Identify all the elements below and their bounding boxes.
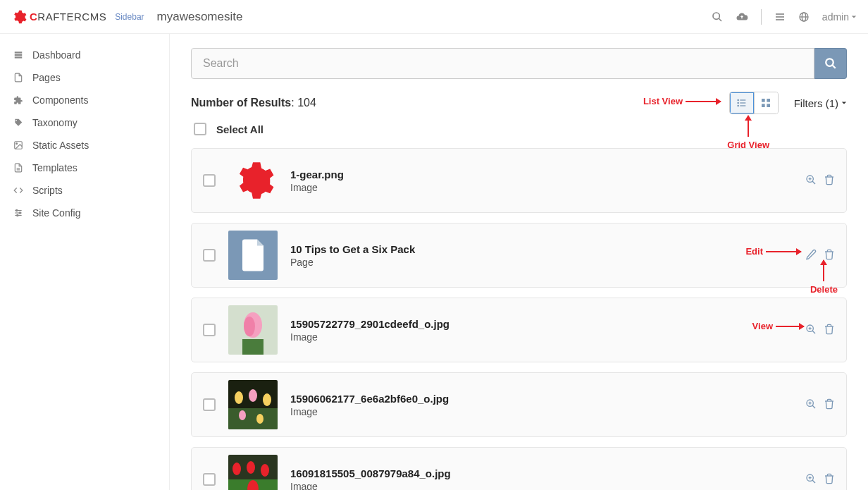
code-icon (13, 185, 24, 196)
menu-icon[interactable] (774, 11, 786, 23)
results-count: Number of Results: 104 (191, 97, 316, 109)
trash-icon (824, 174, 835, 185)
user-menu[interactable]: admin (822, 11, 857, 23)
item-checkbox[interactable] (203, 473, 216, 486)
top-bar: CRAFTERCMS Sidebar myawesomesite admin (0, 0, 868, 34)
user-label: admin (822, 11, 849, 23)
list-view-button[interactable] (730, 92, 754, 114)
item-title: 10 Tips to Get a Six Pack (290, 243, 793, 255)
trash-icon (824, 249, 835, 260)
svg-point-48 (263, 393, 271, 406)
divider (761, 9, 762, 25)
svg-point-50 (239, 410, 246, 420)
svg-line-22 (832, 65, 836, 68)
search-bar (191, 48, 847, 79)
item-thumbnail (228, 380, 278, 429)
svg-rect-9 (15, 54, 23, 56)
caret-down-icon (851, 14, 857, 20)
svg-point-12 (16, 143, 18, 145)
image-placeholder-icon (228, 380, 278, 429)
results-bar: Number of Results: 104 List View Grid Vi… (191, 92, 847, 114)
sidebar-item-taxonomy[interactable]: Taxonomy (0, 111, 169, 134)
sidebar-item-pages[interactable]: Pages (0, 66, 169, 89)
annotation-list-view: List View (643, 96, 724, 106)
search-icon (824, 57, 837, 70)
result-item: 10 Tips to Get a Six Pack Page Edit Dele… (191, 223, 847, 288)
svg-point-25 (737, 102, 739, 104)
view-action[interactable] (805, 473, 817, 486)
delete-action[interactable] (824, 174, 835, 188)
sidebar-item-label: Dashboard (32, 49, 81, 61)
globe-icon[interactable] (798, 11, 810, 23)
trash-icon (824, 473, 835, 484)
sidebar-item-label: Taxonomy (32, 117, 78, 128)
item-title: 16091815505_0087979a84_o.jpg (290, 467, 793, 479)
sidebar-toggle[interactable]: Sidebar (115, 12, 144, 22)
svg-point-23 (737, 99, 739, 102)
item-type: Image (290, 481, 793, 491)
item-type: Image (290, 331, 793, 343)
svg-point-59 (261, 464, 269, 477)
logo-text: CRAFTERCMS (30, 11, 106, 23)
result-item: 15906062177_6e6a2bf6e0_o.jpg Image (191, 372, 847, 437)
search-input[interactable] (191, 48, 814, 79)
item-checkbox[interactable] (203, 174, 216, 187)
sidebar-item-components[interactable]: Components (0, 89, 169, 111)
zoom-icon (805, 324, 817, 335)
trash-icon (824, 398, 835, 410)
image-placeholder-icon (228, 305, 278, 355)
item-checkbox[interactable] (203, 398, 216, 411)
site-name: myawesomesite (157, 10, 243, 24)
pencil-icon (805, 249, 817, 260)
svg-rect-49 (228, 408, 278, 429)
item-type: Image (290, 182, 793, 193)
svg-point-27 (737, 105, 739, 107)
grid-view-button[interactable] (754, 92, 778, 114)
svg-point-0 (713, 13, 719, 19)
filters-button[interactable]: Filters (1) (794, 97, 847, 109)
delete-action[interactable] (824, 249, 835, 262)
svg-rect-26 (740, 102, 745, 103)
cloud-upload-icon[interactable] (736, 11, 748, 23)
image-icon (13, 140, 24, 151)
view-action[interactable] (805, 174, 817, 188)
edit-action[interactable] (805, 249, 817, 262)
trash-icon (824, 324, 835, 335)
item-title: 15905722779_2901cdeefd_o.jpg (290, 318, 793, 330)
grid-icon (760, 97, 771, 109)
svg-point-18 (16, 209, 18, 211)
svg-point-58 (247, 461, 255, 474)
sidebar-item-scripts[interactable]: Scripts (0, 179, 169, 202)
sidebar-item-dashboard[interactable]: Dashboard (0, 44, 169, 66)
search-button[interactable] (814, 48, 847, 79)
delete-action[interactable] (824, 324, 835, 337)
delete-action[interactable] (824, 473, 835, 486)
delete-action[interactable] (824, 398, 835, 412)
svg-point-47 (249, 389, 257, 402)
logo[interactable]: CRAFTERCMS (11, 9, 106, 25)
sidebar-item-label: Scripts (32, 185, 63, 196)
item-title: 1-gear.png (290, 169, 793, 180)
svg-line-34 (812, 181, 815, 184)
svg-point-20 (17, 214, 18, 216)
sidebar-item-site-config[interactable]: Site Config (0, 202, 169, 224)
select-all-checkbox[interactable] (194, 123, 206, 135)
main-content: Number of Results: 104 List View Grid Vi… (169, 34, 868, 490)
view-action[interactable] (805, 324, 817, 337)
sidebar-item-static-assets[interactable]: Static Assets (0, 134, 169, 157)
svg-line-42 (812, 331, 815, 333)
item-type: Page (290, 257, 793, 268)
puzzle-icon (13, 94, 24, 106)
svg-rect-40 (242, 339, 264, 355)
result-item: 15905722779_2901cdeefd_o.jpg Image View (191, 298, 847, 362)
item-checkbox[interactable] (203, 324, 216, 336)
caret-down-icon (841, 100, 847, 106)
zoom-icon (805, 174, 817, 185)
svg-line-63 (812, 480, 815, 483)
search-icon[interactable] (712, 11, 723, 23)
item-type: Image (290, 406, 793, 417)
item-checkbox[interactable] (203, 249, 216, 262)
item-thumbnail (228, 156, 278, 205)
sidebar-item-templates[interactable]: Templates (0, 157, 169, 179)
view-action[interactable] (805, 398, 817, 412)
